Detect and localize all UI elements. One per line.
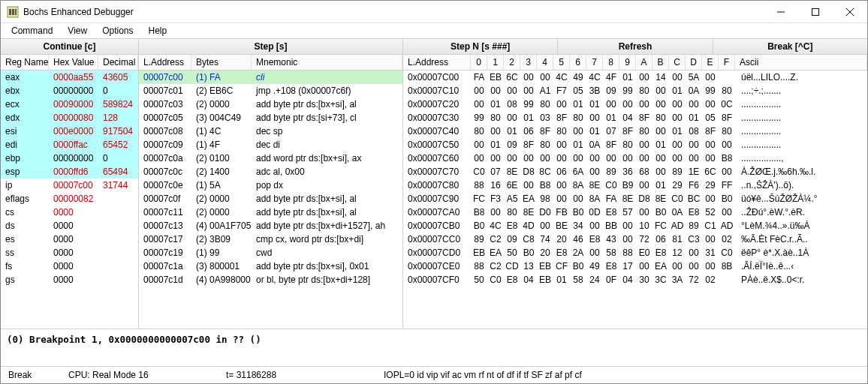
memory-row[interactable]: 0x00007C00FAEB6C00004C494C4F010014005A00…	[403, 70, 867, 84]
mem-header-hex[interactable]: 4	[537, 55, 553, 70]
register-row[interactable]: ip00007c0031744	[1, 178, 138, 192]
dis-header-addr[interactable]: L.Address	[139, 55, 191, 70]
memory-row[interactable]: 0x00007C60000000000000000000000000000000…	[403, 152, 867, 165]
disasm-row[interactable]: 00007c0a(2) 0100add word ptr ds:[bx+si],…	[139, 152, 402, 165]
menu-help[interactable]: Help	[141, 24, 175, 38]
disasm-row[interactable]: 00007c03(2) 0000add byte ptr ds:[bx+si],…	[139, 98, 402, 111]
disasm-row[interactable]: 00007c13(4) 00A1F705add byte ptr ds:[bx+…	[139, 219, 402, 232]
mem-header-hex[interactable]: D	[686, 55, 702, 70]
mem-header-hex[interactable]: 5	[553, 55, 570, 70]
disasm-row[interactable]: 00007c0f(2) 0000add byte ptr ds:[bx+si],…	[139, 192, 402, 206]
minimize-button[interactable]	[764, 1, 798, 22]
reg-header-dec[interactable]: Decimal	[98, 55, 138, 70]
memory-row[interactable]: 0x00007CC089C209C8742046E84300720681C300…	[403, 232, 867, 246]
mem-byte: 07	[603, 126, 619, 136]
mem-header-hex[interactable]: B	[653, 55, 669, 70]
memory-row[interactable]: 0x00007CE088C2CD13EBCFB049E81700EA000000…	[403, 260, 867, 273]
disasm-row[interactable]: 00007c19(1) 99cwd	[139, 246, 402, 260]
mem-header-hex[interactable]: 0	[471, 55, 487, 70]
register-row[interactable]: eax0000aa5543605	[1, 70, 138, 84]
memory-row[interactable]: 0x00007CD0EBEA50B020E82A005888E0E8120031…	[403, 246, 867, 260]
menu-view[interactable]: View	[60, 24, 95, 38]
close-button[interactable]	[833, 1, 867, 22]
memory-row[interactable]: 0x00007CF050C0E804EB0158240F04303C3A7202…	[403, 273, 867, 286]
mem-ascii: ................,	[735, 153, 867, 164]
mem-header-addr[interactable]: L.Address	[403, 55, 471, 70]
mem-byte: 34	[570, 220, 586, 231]
disasm-row[interactable]: 00007c0c(2) 1400adc al, 0x00	[139, 165, 402, 178]
memory-row[interactable]: 0x00007C40800001068F800001078F800001088F…	[403, 124, 867, 138]
mem-byte: 00	[702, 261, 719, 272]
disasm-row[interactable]: 00007c09(1) 4Fdec di	[139, 138, 402, 152]
memory-row[interactable]: 0x00007C70C0078ED88C066A0089366800891E6C…	[403, 165, 867, 178]
mem-header-hex[interactable]: 7	[586, 55, 603, 70]
reg-header-name[interactable]: Reg Name	[1, 55, 49, 70]
disasm-body[interactable]: 00007c00(1) FAcli00007c01(2) EB6Cjmp .+1…	[139, 70, 402, 328]
refresh-button[interactable]: Refresh	[558, 39, 713, 54]
register-row[interactable]: ebp000000000	[1, 152, 138, 165]
mem-header-hex[interactable]: A	[636, 55, 653, 70]
mem-header-hex[interactable]: 3	[520, 55, 537, 70]
mem-header-hex[interactable]: 2	[504, 55, 520, 70]
step-n-button[interactable]: Step N [s ###]	[403, 39, 558, 54]
disasm-row[interactable]: 00007c1d(4) 0A998000or bl, byte ptr ds:[…	[139, 273, 402, 286]
register-row[interactable]: ss0000	[1, 246, 138, 260]
register-row[interactable]: esp0000ffd665494	[1, 165, 138, 178]
reg-header-hex[interactable]: Hex Value	[49, 55, 98, 70]
disasm-row[interactable]: 00007c05(3) 004C49add byte ptr ds:[si+73…	[139, 111, 402, 124]
mem-header-hex[interactable]: C	[669, 55, 686, 70]
register-row[interactable]: ebx000000000	[1, 84, 138, 98]
mem-header-hex[interactable]: 8	[603, 55, 619, 70]
console-output[interactable]: (0) Breakpoint 1, 0x0000000000007c00 in …	[1, 329, 867, 367]
register-row[interactable]: fs0000	[1, 260, 138, 273]
menu-command[interactable]: Command	[4, 24, 60, 38]
memory-row[interactable]: 0x00007C20000108998000010100000000000000…	[403, 98, 867, 111]
maximize-button[interactable]	[798, 1, 833, 22]
mem-header-hex[interactable]: E	[702, 55, 719, 70]
register-row[interactable]: gs0000	[1, 273, 138, 286]
register-row[interactable]: es0000	[1, 232, 138, 246]
step-button[interactable]: Step [s]	[139, 39, 403, 54]
register-row[interactable]: esi000e0000917504	[1, 124, 138, 138]
dis-header-bytes[interactable]: Bytes	[191, 55, 252, 70]
mem-header-hex[interactable]: 6	[570, 55, 586, 70]
memory-row[interactable]: 0x00007C500001098F8000010A8F800001000000…	[403, 138, 867, 152]
disasm-row[interactable]: 00007c11(2) 0000add byte ptr ds:[bx+si],…	[139, 206, 402, 219]
disasm-row[interactable]: 00007c00(1) FAcli	[139, 70, 402, 84]
mem-header-hex[interactable]: F	[719, 55, 735, 70]
reg-hex: 0000	[49, 234, 98, 244]
disasm-row[interactable]: 00007c0e(1) 5Apop dx	[139, 178, 402, 192]
register-row[interactable]: ds0000	[1, 219, 138, 232]
mem-header-hex[interactable]: 1	[487, 55, 504, 70]
menu-options[interactable]: Options	[95, 24, 140, 38]
register-row[interactable]: edx00000080128	[1, 111, 138, 124]
mem-header-ascii[interactable]: Ascii	[735, 55, 867, 70]
disasm-row[interactable]: 00007c08(1) 4Cdec sp	[139, 124, 402, 138]
mem-byte: 00	[586, 248, 603, 258]
disasm-row[interactable]: 00007c01(2) EB6Cjmp .+108 (0x00007c6f)	[139, 84, 402, 98]
disasm-row[interactable]: 00007c17(2) 3B09cmp cx, word ptr ds:[bx+…	[139, 232, 402, 246]
reg-name: esp	[1, 166, 49, 177]
mem-byte: EB	[471, 248, 487, 258]
register-row[interactable]: eflags00000082	[1, 192, 138, 206]
break-button[interactable]: Break [^C]	[713, 39, 867, 54]
mem-header-hex[interactable]: 9	[619, 55, 636, 70]
memory-row[interactable]: 0x00007CB0B04CE84D00BE3400BB0010FCAD89C1…	[403, 219, 867, 232]
memory-body[interactable]: 0x00007C00FAEB6C00004C494C4F010014005A00…	[403, 70, 867, 328]
memory-row[interactable]: 0x00007C8088166E00B8008A8EC0B9000129F629…	[403, 178, 867, 192]
registers-body[interactable]: eax0000aa5543605ebx000000000ecx000900005…	[1, 70, 138, 328]
memory-row[interactable]: 0x00007C3099800001038F800001048F80000105…	[403, 111, 867, 124]
mem-byte: 00	[520, 86, 537, 96]
mem-byte: 02	[702, 274, 719, 285]
register-row[interactable]: edi0000ffac65452	[1, 138, 138, 152]
continue-button[interactable]: Continue [c]	[1, 39, 139, 54]
reg-name: ebp	[1, 153, 49, 164]
dis-header-mnem[interactable]: Mnemonic	[252, 55, 402, 70]
memory-row[interactable]: 0x00007CA0B800808ED0FBB00DE85700B00AE852…	[403, 206, 867, 219]
disasm-row[interactable]: 00007c1a(3) 800001add byte ptr ds:[bx+si…	[139, 260, 402, 273]
memory-row[interactable]: 0x00007C1000000000A1F7053B09998000010A99…	[403, 84, 867, 98]
register-row[interactable]: cs0000	[1, 206, 138, 219]
register-row[interactable]: ecx00090000589824	[1, 98, 138, 111]
memory-row[interactable]: 0x00007C90FCF3A5EA9800008AFA8ED88EC0BC00…	[403, 192, 867, 206]
mem-ascii: À.ŽØŒ.j.‰6h.‰.l.	[735, 166, 867, 177]
